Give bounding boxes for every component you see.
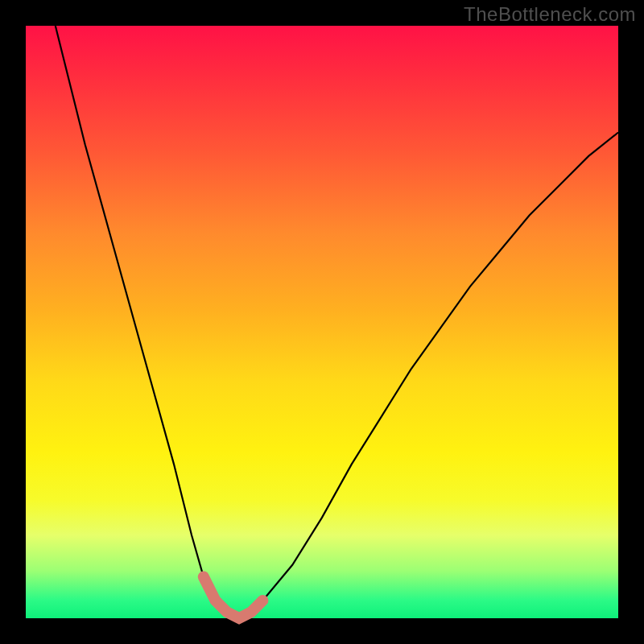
chart-frame: TheBottleneck.com xyxy=(0,0,644,644)
bottleneck-curve-svg xyxy=(26,26,618,618)
plot-area xyxy=(26,26,618,618)
optimal-range-highlight xyxy=(204,577,263,619)
watermark-text: TheBottleneck.com xyxy=(464,3,636,26)
bottleneck-curve xyxy=(56,26,618,618)
